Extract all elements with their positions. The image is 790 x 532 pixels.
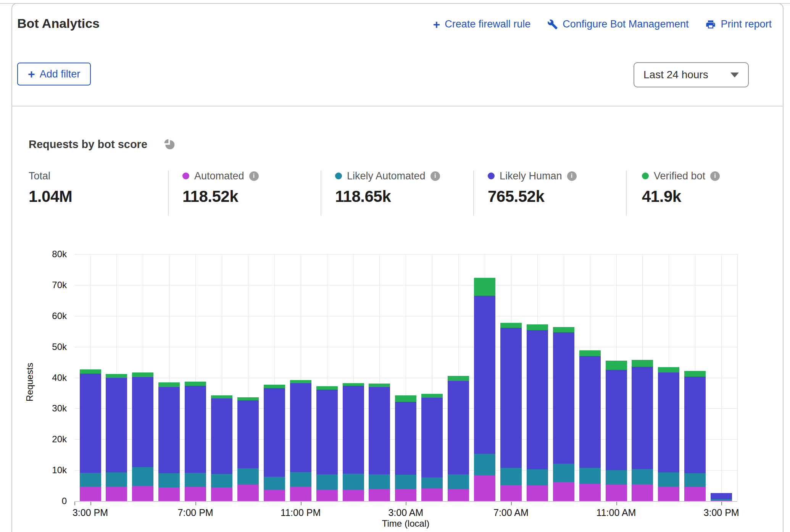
header-actions: + Create firewall rule Configure Bot Man… <box>433 18 772 30</box>
bar-segment-automated <box>658 487 679 501</box>
bar-segment-likely-automated <box>448 474 469 489</box>
bar-100am-10[interactable] <box>343 254 364 501</box>
bar-1200pm-21[interactable] <box>632 254 653 501</box>
bar-500pm-2[interactable] <box>132 254 153 501</box>
bar-1200am-9[interactable] <box>316 254 338 501</box>
bar-900pm-6[interactable] <box>237 254 259 501</box>
bar-400am-13[interactable] <box>421 254 443 501</box>
create-firewall-rule-link[interactable]: + Create firewall rule <box>433 18 530 30</box>
bar-segment-likely-human <box>132 377 153 467</box>
bar-1100am-20[interactable] <box>606 254 627 501</box>
bar-segment-likely-automated <box>527 469 548 485</box>
stat-verified-bot: Verified bot i 41.9k <box>642 170 720 206</box>
info-icon[interactable]: i <box>567 171 577 181</box>
time-range-select[interactable]: Last 24 hours <box>634 62 749 87</box>
bar-300pm-24[interactable] <box>711 254 732 501</box>
bar-segment-automated <box>579 484 601 501</box>
bar-segment-likely-human <box>290 383 311 472</box>
y-tick-label: 20k <box>21 434 67 445</box>
stat-automated: Automated i 118.52k <box>182 170 259 206</box>
bar-segment-automated <box>211 487 232 501</box>
bar-segment-likely-human <box>658 372 679 472</box>
bar-800am-17[interactable] <box>527 254 548 501</box>
bar-200am-11[interactable] <box>369 254 390 501</box>
header-divider <box>11 106 784 106</box>
info-icon[interactable]: i <box>430 171 440 181</box>
bar-200pm-23[interactable] <box>684 254 706 501</box>
y-tick-label: 30k <box>21 403 67 414</box>
configure-bot-management-link[interactable]: Configure Bot Management <box>547 18 688 30</box>
bar-1100pm-8[interactable] <box>290 254 311 501</box>
bar-segment-automated <box>474 476 495 501</box>
x-tick-label: 3:00 PM <box>687 507 756 518</box>
add-filter-label: Add filter <box>40 68 81 80</box>
bar-700pm-4[interactable] <box>185 254 206 501</box>
bar-segment-likely-automated <box>684 473 706 487</box>
bar-800pm-5[interactable] <box>211 254 232 501</box>
print-report-link[interactable]: Print report <box>705 18 772 30</box>
bar-segment-automated <box>684 487 706 501</box>
printer-icon <box>705 19 716 30</box>
chevron-down-icon <box>730 73 739 77</box>
bot-analytics-page: Bot Analytics + Create firewall rule Con… <box>0 0 790 532</box>
bar-100pm-22[interactable] <box>658 254 679 501</box>
bar-segment-automated <box>290 487 311 501</box>
bar-segment-automated <box>264 490 285 501</box>
bar-segment-likely-human <box>684 377 706 473</box>
bar-segment-likely-human <box>211 398 232 474</box>
info-icon[interactable]: i <box>249 171 259 181</box>
bar-segment-likely-human <box>158 387 180 473</box>
bar-segment-likely-human <box>448 381 469 474</box>
bar-1000pm-7[interactable] <box>264 254 285 501</box>
time-range-value: Last 24 hours <box>643 69 708 81</box>
bar-400pm-1[interactable] <box>106 254 127 501</box>
bar-segment-verified-bot <box>658 367 679 372</box>
bar-segment-automated <box>185 487 206 501</box>
bar-1000am-19[interactable] <box>579 254 601 501</box>
add-filter-button[interactable]: + Add filter <box>17 63 91 85</box>
bar-600pm-3[interactable] <box>158 254 180 501</box>
bar-segment-verified-bot <box>80 369 101 374</box>
bar-segment-verified-bot <box>448 376 469 381</box>
bar-segment-verified-bot <box>395 395 416 401</box>
bar-segment-verified-bot <box>553 327 574 333</box>
bar-segment-verified-bot <box>579 350 601 356</box>
bar-segment-automated <box>500 485 522 501</box>
bar-segment-automated <box>606 485 627 501</box>
x-tick <box>90 502 91 505</box>
bar-300am-12[interactable] <box>395 254 416 501</box>
likely-automated-legend-dot <box>335 172 342 179</box>
x-axis-title: Time (local) <box>368 518 444 529</box>
x-tick <box>195 502 196 505</box>
bar-segment-automated <box>711 500 732 501</box>
y-tick-label: 0 <box>21 496 67 506</box>
bar-segment-verified-bot <box>500 323 522 328</box>
bar-segment-likely-human <box>421 398 443 477</box>
bar-segment-likely-automated <box>185 473 206 487</box>
bar-segment-likely-human <box>606 370 627 470</box>
bar-700am-16[interactable] <box>500 254 522 501</box>
x-tick-label: 3:00 AM <box>371 507 440 518</box>
stat-likely-human-value: 765.52k <box>488 187 577 206</box>
stat-likely-human: Likely Human i 765.52k <box>488 170 577 206</box>
stat-likely-automated-label: Likely Automated <box>347 170 426 182</box>
bar-segment-likely-human <box>343 386 364 474</box>
bar-segment-likely-human <box>579 356 601 468</box>
bar-segment-likely-automated <box>343 474 364 490</box>
create-firewall-rule-label: Create firewall rule <box>445 18 530 30</box>
bar-segment-likely-human <box>553 332 574 464</box>
bar-segment-likely-automated <box>711 499 732 500</box>
bar-500am-14[interactable] <box>448 254 469 501</box>
bar-segment-likely-automated <box>632 469 653 484</box>
bar-segment-likely-human <box>500 328 522 468</box>
bar-900am-18[interactable] <box>553 254 574 501</box>
bar-segment-likely-human <box>237 400 259 469</box>
stat-likely-automated: Likely Automated i 118.65k <box>335 170 440 206</box>
bar-segment-likely-automated <box>211 474 232 488</box>
y-tick-label: 80k <box>21 249 67 260</box>
bar-segment-verified-bot <box>369 384 390 387</box>
bar-300pm-0[interactable] <box>80 254 101 501</box>
plus-icon: + <box>28 70 35 78</box>
info-icon[interactable]: i <box>710 171 720 181</box>
bar-600am-15[interactable] <box>474 254 495 501</box>
